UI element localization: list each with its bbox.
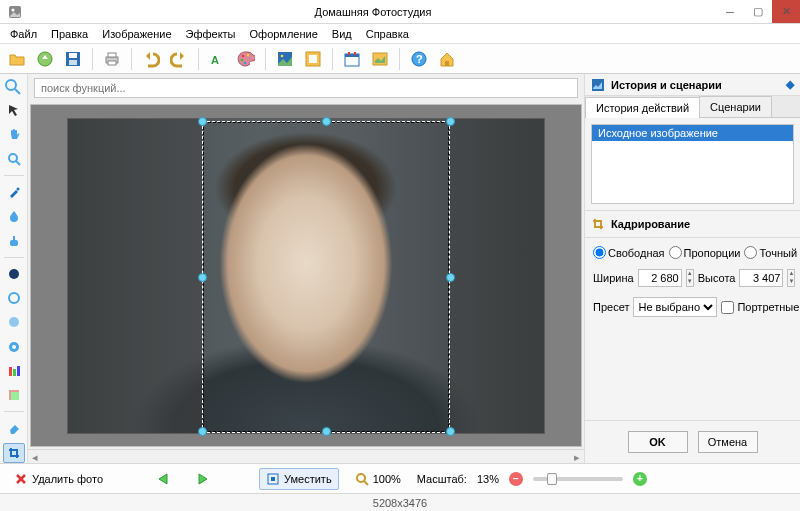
svg-point-11 — [241, 58, 243, 60]
drop-tool[interactable] — [3, 206, 25, 226]
svg-rect-32 — [13, 236, 15, 240]
sharpen-tool[interactable] — [3, 337, 25, 357]
zoom-slider-thumb[interactable] — [547, 473, 557, 485]
history-list[interactable]: Исходное изображение — [591, 124, 794, 204]
zoom-out-button[interactable]: − — [509, 472, 523, 486]
svg-text:A: A — [211, 54, 219, 66]
close-button[interactable]: ✕ — [772, 0, 800, 23]
zoom-100-icon — [355, 472, 369, 486]
svg-rect-40 — [17, 366, 20, 376]
zoom-in-button[interactable]: + — [633, 472, 647, 486]
redo-button[interactable] — [168, 48, 190, 70]
app-icon — [6, 3, 24, 21]
tab-history[interactable]: История действий — [585, 97, 700, 118]
crop-handle-nw[interactable] — [198, 117, 207, 126]
save-button[interactable] — [62, 48, 84, 70]
crop-handle-se[interactable] — [446, 427, 455, 436]
help-button[interactable]: ? — [408, 48, 430, 70]
zoom-100-button[interactable]: 100% — [349, 468, 407, 490]
clone-tool[interactable] — [3, 230, 25, 250]
height-input[interactable] — [739, 269, 783, 287]
width-spinner[interactable]: ▲▼ — [686, 269, 694, 287]
preset-select[interactable]: Не выбрано — [633, 297, 717, 317]
crop-tool[interactable] — [3, 443, 25, 463]
image-dimensions: 5208x3476 — [373, 497, 427, 509]
recent-button[interactable] — [34, 48, 56, 70]
portrait-checkbox[interactable]: Портретные — [721, 301, 799, 314]
tab-scenarios[interactable]: Сценарии — [699, 96, 772, 117]
crop-handle-w[interactable] — [198, 273, 207, 282]
menu-design[interactable]: Оформление — [244, 26, 324, 42]
crop-handle-e[interactable] — [446, 273, 455, 282]
cancel-button[interactable]: Отмена — [698, 431, 758, 453]
menu-effects[interactable]: Эффекты — [180, 26, 242, 42]
history-item[interactable]: Исходное изображение — [592, 125, 793, 141]
prev-button[interactable] — [149, 468, 179, 490]
undo-button[interactable] — [140, 48, 162, 70]
svg-rect-4 — [69, 53, 77, 58]
radio-exact[interactable]: Точный размер — [744, 246, 800, 259]
crop-handle-ne[interactable] — [446, 117, 455, 126]
menu-view[interactable]: Вид — [326, 26, 358, 42]
svg-point-13 — [247, 53, 249, 55]
ok-button[interactable]: OK — [628, 431, 688, 453]
delete-photo-button[interactable]: Удалить фото — [8, 468, 109, 490]
menu-edit[interactable]: Правка — [45, 26, 94, 42]
svg-point-34 — [9, 293, 19, 303]
palette-button[interactable] — [235, 48, 257, 70]
crop-handle-sw[interactable] — [198, 427, 207, 436]
blur-tool[interactable] — [3, 312, 25, 332]
hand-tool[interactable] — [3, 124, 25, 144]
zoom-tool[interactable] — [3, 149, 25, 169]
frame-button[interactable] — [302, 48, 324, 70]
crop-handle-s[interactable] — [322, 427, 331, 436]
svg-rect-21 — [354, 52, 356, 55]
scroll-right-icon[interactable]: ▸ — [570, 450, 584, 464]
crop-handle-n[interactable] — [322, 117, 331, 126]
eraser-tool[interactable] — [3, 418, 25, 438]
menu-help[interactable]: Справка — [360, 26, 415, 42]
search-input[interactable] — [34, 78, 578, 98]
tool-palette — [0, 74, 28, 463]
postcard-button[interactable] — [369, 48, 391, 70]
width-input[interactable] — [638, 269, 682, 287]
lighten-tool[interactable] — [3, 288, 25, 308]
text-tool-button[interactable]: A — [207, 48, 229, 70]
radio-proportions[interactable]: Пропорции — [669, 246, 741, 259]
radio-free[interactable]: Свободная — [593, 246, 665, 259]
panel-title: История и сценарии — [611, 79, 722, 91]
expand-icon[interactable]: ◆ — [786, 78, 794, 91]
scroll-left-icon[interactable]: ◂ — [28, 450, 42, 464]
canvas[interactable] — [30, 104, 582, 447]
calendar-button[interactable] — [341, 48, 363, 70]
maximize-button[interactable]: ▢ — [744, 0, 772, 23]
photo[interactable] — [67, 118, 545, 434]
menu-image[interactable]: Изображение — [96, 26, 177, 42]
filter-tool[interactable] — [3, 385, 25, 405]
window-title: Домашняя Фотостудия — [30, 6, 716, 18]
status-bar: 5208x3476 — [0, 493, 800, 511]
brush-tool[interactable] — [3, 182, 25, 202]
svg-point-33 — [9, 269, 19, 279]
svg-point-12 — [244, 61, 246, 63]
levels-tool[interactable] — [3, 361, 25, 381]
next-button[interactable] — [189, 468, 219, 490]
svg-line-29 — [16, 161, 20, 165]
darken-tool[interactable] — [3, 264, 25, 284]
horizontal-scrollbar[interactable]: ◂ ▸ — [28, 449, 584, 463]
svg-point-15 — [281, 54, 284, 57]
height-spinner[interactable]: ▲▼ — [787, 269, 795, 287]
svg-point-35 — [9, 317, 19, 327]
crop-icon — [591, 217, 605, 231]
pointer-tool[interactable] — [3, 100, 25, 120]
enhance-button[interactable] — [274, 48, 296, 70]
minimize-button[interactable]: ─ — [716, 0, 744, 23]
zoom-slider[interactable] — [533, 477, 623, 481]
history-panel-icon — [591, 78, 605, 92]
crop-rectangle[interactable] — [202, 121, 450, 433]
print-button[interactable] — [101, 48, 123, 70]
menu-file[interactable]: Файл — [4, 26, 43, 42]
open-button[interactable] — [6, 48, 28, 70]
fit-button[interactable]: Уместить — [259, 468, 339, 490]
home-button[interactable] — [436, 48, 458, 70]
